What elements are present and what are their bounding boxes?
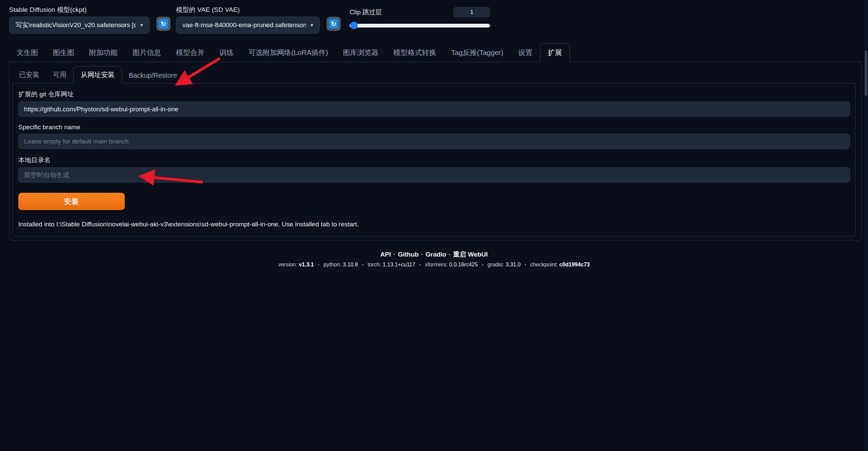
branch-name-input[interactable] <box>18 134 850 149</box>
xformers-info: xformers: 0.0.16rc425 <box>425 262 478 267</box>
tab-image-browser[interactable]: 图库浏览器 <box>343 43 379 62</box>
vae-dropdown[interactable]: vae-ft-mse-840000-ema-pruned.safetensors… <box>176 17 320 34</box>
clip-skip-label: Clip 跳过层 <box>350 8 382 17</box>
vae-value: vae-ft-mse-840000-ema-pruned.safetensors <box>182 21 306 29</box>
refresh-checkpoint-button[interactable]: ↻ <box>156 17 171 31</box>
checkpoint-group: Stable Diffusion 模型(ckpt) 写实\realisticVi… <box>9 5 150 34</box>
tab-img2img[interactable]: 图生图 <box>53 43 75 62</box>
clip-skip-group: Clip 跳过层 <box>350 5 490 29</box>
tab-additional-networks[interactable]: 可选附加网络(LoRA插件) <box>248 43 329 62</box>
torch-info: torch: 1.13.1+cu117 <box>368 262 415 267</box>
subtab-installed[interactable]: 已安装 <box>19 67 40 83</box>
tab-tagger[interactable]: Tag反推(Tagger) <box>451 43 504 62</box>
extensions-subtabbar: 已安装 可用 从网址安装 Backup/Restore <box>12 65 855 83</box>
tab-model-converter[interactable]: 模型格式转换 <box>393 43 437 62</box>
install-button[interactable]: 安装 <box>18 193 125 210</box>
version-info: version: v1.3.1 <box>278 262 314 267</box>
footer-version-line: version: v1.3.1•python: 3.10.8•torch: 1.… <box>0 262 868 268</box>
tab-txt2img[interactable]: 文生图 <box>16 43 38 62</box>
checkpoint-info: checkpoint: c0d1994c73 <box>530 262 590 267</box>
sd-webui-page: Stable Diffusion 模型(ckpt) 写实\realisticVi… <box>0 0 868 451</box>
python-info: python: 3.10.8 <box>323 262 358 267</box>
install-status-text: Installed into I:\Stable Diffusion\novel… <box>18 221 850 228</box>
gradio-link[interactable]: Gradio <box>426 251 446 258</box>
subtab-available[interactable]: 可用 <box>53 67 67 83</box>
scrollbar[interactable] <box>864 0 868 451</box>
repo-url-label: 扩展的 git 仓库网址 <box>18 90 850 99</box>
clip-skip-number-input[interactable] <box>454 7 490 17</box>
subtab-install-from-url[interactable]: 从网址安装 <box>73 66 122 83</box>
install-from-url-panel: 扩展的 git 仓库网址 Specific branch name 本地目录名 … <box>12 83 855 237</box>
tab-extras[interactable]: 附加功能 <box>89 43 118 62</box>
scrollbar-thumb[interactable] <box>865 50 867 96</box>
refresh-vae-button[interactable]: ↻ <box>327 17 341 31</box>
gradio-info: gradio: 3.31.0 <box>488 262 521 267</box>
tab-settings[interactable]: 设置 <box>518 43 533 62</box>
checkpoint-dropdown[interactable]: 写实\realisticVisionV20_v20.safetensors [c… <box>9 17 150 34</box>
tab-train[interactable]: 训练 <box>219 43 234 62</box>
local-dirname-input[interactable] <box>18 167 850 183</box>
branch-name-label: Specific branch name <box>18 124 850 131</box>
footer: API·Github·Gradio·重启 WebUI version: v1.3… <box>0 250 868 268</box>
reload-webui-link[interactable]: 重启 WebUI <box>453 251 488 258</box>
refresh-icon: ↻ <box>329 19 338 29</box>
chevron-down-icon: ▼ <box>310 23 314 28</box>
quick-settings-bar: Stable Diffusion 模型(ckpt) 写实\realisticVi… <box>0 0 868 34</box>
slider-track <box>350 24 490 27</box>
api-link[interactable]: API <box>380 251 391 258</box>
subtab-backup-restore[interactable]: Backup/Restore <box>129 68 177 83</box>
tab-extensions[interactable]: 扩展 <box>540 43 570 62</box>
extensions-panel: 已安装 可用 从网址安装 Backup/Restore 扩展的 git 仓库网址… <box>9 62 862 241</box>
github-link[interactable]: Github <box>398 251 418 258</box>
repo-url-input[interactable] <box>18 101 850 117</box>
checkpoint-label: Stable Diffusion 模型(ckpt) <box>9 5 150 14</box>
slider-handle[interactable] <box>350 22 358 29</box>
chevron-down-icon: ▼ <box>139 23 144 28</box>
clip-skip-slider[interactable] <box>350 22 490 29</box>
tab-checkpoint-merger[interactable]: 模型合并 <box>176 43 205 62</box>
vae-group: 模型的 VAE (SD VAE) vae-ft-mse-840000-ema-p… <box>176 5 320 34</box>
vae-label: 模型的 VAE (SD VAE) <box>176 5 320 14</box>
local-dirname-label: 本地目录名 <box>18 156 850 165</box>
main-tabbar: 文生图 图生图 附加功能 图片信息 模型合并 训练 可选附加网络(LoRA插件)… <box>9 43 862 62</box>
tab-png-info[interactable]: 图片信息 <box>132 43 161 62</box>
footer-links: API·Github·Gradio·重启 WebUI <box>0 250 868 259</box>
refresh-icon: ↻ <box>159 19 168 29</box>
checkpoint-value: 写实\realisticVisionV20_v20.safetensors [c… <box>16 21 136 30</box>
